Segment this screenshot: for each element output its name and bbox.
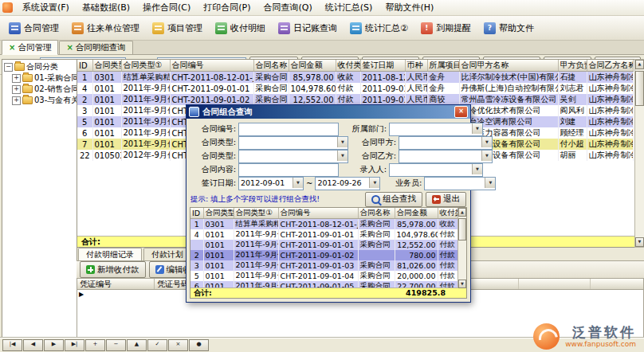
tree-item[interactable]: + 02-销售合同: [2, 84, 77, 95]
menu-item[interactable]: 操作合同(C): [136, 0, 197, 16]
tab-contract-detail-query[interactable]: × 合同明细查询: [59, 41, 132, 54]
column-header[interactable]: 合同类型①: [121, 60, 170, 72]
dept-select[interactable]: [389, 123, 483, 136]
content-input[interactable]: [238, 163, 339, 177]
table-row[interactable]: 201012011年-9月份CHT-2011-09-01-02 采购合同12,5…: [77, 94, 633, 105]
add-icon: [86, 265, 95, 274]
column-header[interactable]: 合同类型: [203, 208, 234, 219]
vertical-scrollbar[interactable]: ▲ ▼: [634, 59, 644, 248]
toolbar-button[interactable]: 统计汇总②: [344, 18, 414, 38]
column-header[interactable]: 合同类型①: [234, 208, 278, 219]
row-indicator-icon: ▶: [79, 291, 84, 298]
collapse-icon[interactable]: −: [4, 63, 13, 72]
nav-button[interactable]: −: [106, 339, 126, 351]
toolbar-button[interactable]: 往来单位管理: [65, 18, 146, 38]
table-row[interactable]: 10301结算单采购精晶 CHT-2011-08-12-01-JZ采购合同85,…: [190, 219, 458, 230]
scroll-up-icon[interactable]: ▲: [635, 60, 644, 69]
expand-icon[interactable]: +: [12, 74, 21, 83]
column-header[interactable]: ID: [190, 208, 203, 219]
menu-item[interactable]: 合同查询(Q): [257, 0, 319, 16]
scroll-down-icon[interactable]: ▼: [458, 280, 466, 288]
scroll-up-icon[interactable]: ▲: [458, 208, 466, 217]
combo-search-button[interactable]: 组合查找: [365, 192, 422, 207]
column-header[interactable]: ID: [77, 60, 92, 72]
scroll-thumb[interactable]: [635, 71, 644, 106]
nav-button[interactable]: ▶: [44, 339, 64, 351]
date-from-select[interactable]: 2012-09-01: [238, 177, 304, 190]
type2-select[interactable]: [238, 150, 348, 163]
toolbar-button[interactable]: 日记账查询: [272, 18, 344, 38]
tree-item[interactable]: + 01-采购合同: [2, 72, 77, 84]
column-header[interactable]: 币种: [405, 60, 427, 72]
column-header[interactable]: 所属项目名称: [427, 60, 459, 72]
nav-button[interactable]: |◀: [2, 339, 22, 351]
toolbar-button[interactable]: 帮助文件: [477, 18, 540, 38]
menu-item[interactable]: 基础数据(B): [76, 0, 136, 16]
column-header[interactable]: 合同乙方名称: [587, 60, 633, 72]
payment-detail-icon: [215, 22, 227, 34]
table-row[interactable]: 10301结算单采购精晶CHT-2011-08-12-01-JZ 采购合同85,…: [77, 72, 633, 84]
scroll-down-icon[interactable]: ▼: [635, 237, 644, 247]
exit-icon: [432, 195, 441, 204]
tree-root[interactable]: − 合同分类: [2, 61, 77, 72]
nav-button[interactable]: ▲: [127, 339, 147, 351]
nav-button[interactable]: ✓: [147, 339, 167, 351]
dialog-close-icon[interactable]: ×: [454, 106, 468, 118]
salesman-select[interactable]: [424, 177, 496, 190]
entry-person-select[interactable]: [389, 163, 483, 177]
column-header[interactable]: 合同甲方名称: [459, 60, 558, 72]
column-header[interactable]: 合同编号: [170, 60, 253, 72]
contract-no-input[interactable]: [238, 123, 339, 136]
menu-item[interactable]: 帮助文件(H): [379, 0, 440, 16]
nav-button[interactable]: +: [85, 339, 105, 351]
column-header[interactable]: 合同名称: [358, 208, 395, 219]
column-header[interactable]: 甲方负责人: [558, 60, 587, 72]
nav-button[interactable]: ▶|: [65, 339, 84, 351]
nav-button[interactable]: ◀: [23, 339, 43, 351]
table-row[interactable]: 301012011年-9月份 CHT-2011-09-01-03采购合同81,0…: [190, 260, 458, 271]
tab-close-icon[interactable]: ×: [66, 44, 73, 52]
party-b-select[interactable]: [399, 150, 493, 163]
dialog-titlebar[interactable]: 合同组合查询 ×: [187, 105, 470, 119]
scroll-thumb[interactable]: [458, 218, 466, 241]
table-row[interactable]: 01012011年-9月份 CHT-2011-09-01-01采购合同12,55…: [190, 240, 458, 250]
project-icon: [152, 22, 164, 34]
payment-column-header[interactable]: 凭证编号: [77, 279, 155, 289]
menu-item[interactable]: 统计汇总(S): [319, 0, 379, 16]
table-row[interactable]: 401012011年-9月份CHT-2011-09-01-01 采购合同104,…: [77, 83, 633, 94]
nav-button[interactable]: ●: [189, 339, 209, 351]
party-a-select[interactable]: [399, 136, 493, 150]
table-row[interactable]: 501012011年-9月份 CHT-2011-09-01-04采购合同20,0…: [190, 271, 458, 281]
tab-payment-plan[interactable]: 付款计划: [143, 248, 191, 260]
expand-icon[interactable]: +: [12, 96, 21, 105]
column-header[interactable]: 合同类型: [92, 60, 121, 72]
payment-action-button[interactable]: 新增收付款: [80, 261, 146, 278]
menu-item[interactable]: 系统设置(F): [16, 0, 76, 16]
tab-payment-detail[interactable]: 付款明细记录: [78, 248, 142, 260]
toolbar-button[interactable]: 项目管理: [146, 18, 209, 38]
toolbar-button[interactable]: 合同管理: [2, 18, 65, 38]
nav-button[interactable]: ×: [168, 339, 188, 351]
column-header[interactable]: 合同名称: [253, 60, 289, 72]
column-header[interactable]: 收付类: [438, 208, 458, 219]
column-header[interactable]: 签订日期: [360, 60, 405, 72]
table-row[interactable]: 401012011年-9月份 CHT-2011-09-01-01采购合同104,…: [190, 229, 458, 240]
combo-query-dialog: 合同组合查询 × 合同编号: 所属部门: 合同类型: 合同甲方: 合同类型: 合…: [186, 104, 471, 303]
tab-contract-management[interactable]: × 合同管理: [2, 40, 58, 55]
tab-close-icon[interactable]: ×: [9, 44, 15, 52]
type1-select[interactable]: [238, 136, 348, 150]
column-header[interactable]: 收付类型: [336, 60, 360, 72]
menu-item[interactable]: 打印合同(P): [197, 0, 257, 16]
help-icon: [484, 22, 496, 34]
table-row[interactable]: 201012011年-9月份 CHT-2011-09-01-02780.00付款: [190, 250, 458, 260]
date-to-select[interactable]: 2012-09-26: [315, 177, 380, 190]
toolbar-button[interactable]: 收付明细: [209, 18, 272, 38]
expand-icon[interactable]: +: [12, 85, 21, 94]
tree-item[interactable]: + 03-与金有关采购: [2, 95, 77, 106]
toolbar-button[interactable]: 到期提醒: [414, 18, 477, 38]
column-header[interactable]: 合同金额: [395, 208, 438, 219]
column-header[interactable]: 合同编号: [278, 208, 358, 219]
column-header[interactable]: 合同金额: [289, 60, 336, 72]
dialog-scrollbar[interactable]: ▲ ▼: [457, 208, 466, 288]
exit-button[interactable]: 退出: [426, 192, 466, 207]
